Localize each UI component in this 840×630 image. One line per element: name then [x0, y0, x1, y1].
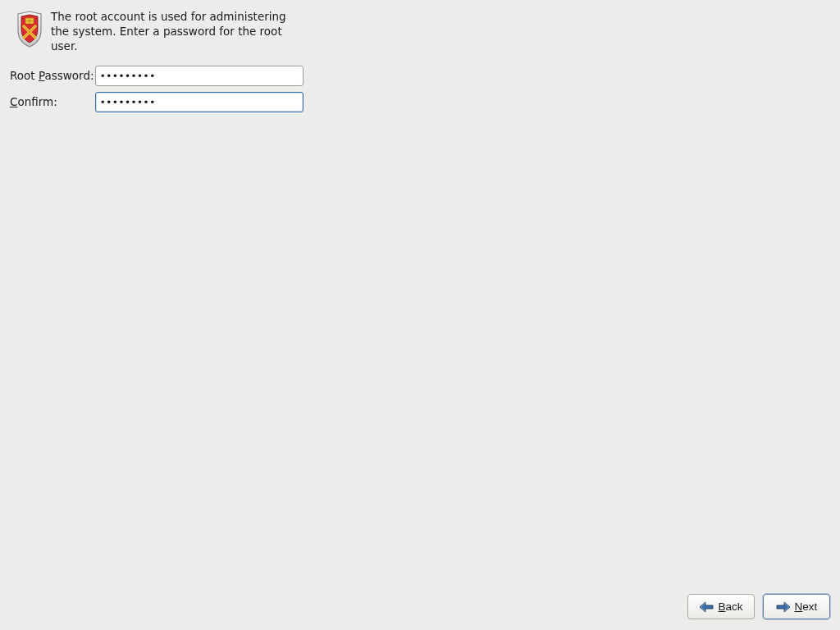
next-button-label: Next [795, 600, 818, 613]
confirm-password-label: Confirm: [10, 95, 95, 108]
description-text: The root account is used for administeri… [51, 9, 297, 54]
root-password-input[interactable] [95, 66, 304, 86]
root-password-label: Root Password: [10, 69, 95, 82]
form-section: Root Password: Confirm: [0, 62, 840, 125]
confirm-password-input[interactable] [95, 92, 304, 112]
back-button[interactable]: Back [687, 594, 755, 619]
next-button[interactable]: Next [763, 594, 830, 619]
root-password-row: Root Password: [10, 66, 830, 86]
confirm-password-row: Confirm: [10, 92, 830, 112]
back-button-label: Back [718, 600, 742, 613]
button-bar: Back Next [687, 594, 830, 619]
arrow-left-icon [699, 601, 714, 613]
header-section: The root account is used for administeri… [0, 0, 840, 62]
arrow-right-icon [776, 601, 791, 613]
shield-icon [15, 11, 44, 48]
